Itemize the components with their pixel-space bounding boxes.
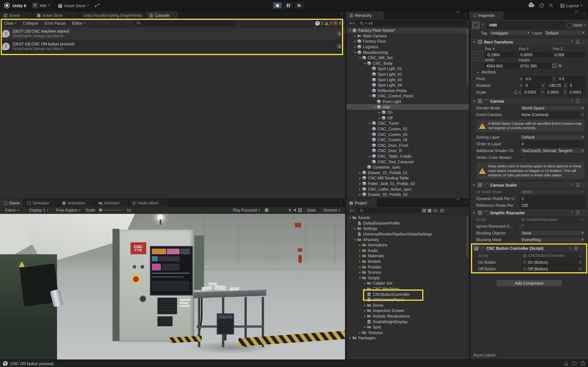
asset-store-menu[interactable]: Asset Store ▾ xyxy=(56,2,91,8)
project-row[interactable]: # Assets xyxy=(346,215,469,220)
project-row[interactable]: # Models xyxy=(346,259,469,264)
expand-arrow[interactable] xyxy=(358,264,362,269)
expand-arrow[interactable] xyxy=(373,104,377,109)
hierarchy-row[interactable]: Off xyxy=(346,115,469,121)
console-search-input[interactable] xyxy=(134,20,235,26)
scale-z-field[interactable]: 0.0001 xyxy=(568,89,585,95)
project-row[interactable]: # ScaleWeightDisplay xyxy=(346,319,469,324)
emergency-stop-button[interactable] xyxy=(131,275,140,284)
fold-arrow[interactable]: ▾ xyxy=(472,183,476,187)
vertex-color-checkbox[interactable] xyxy=(520,155,524,159)
expand-arrow[interactable] xyxy=(353,237,357,242)
rotation-x-field[interactable]: 0 xyxy=(524,83,541,88)
game-viewport[interactable]: CNC FTW xyxy=(0,214,345,359)
aspect-dropdown[interactable]: Free Aspect▾ xyxy=(54,208,83,213)
help-icon[interactable]: ? xyxy=(570,183,574,187)
hierarchy-row[interactable]: CNC_Mill_Set xyxy=(346,55,469,60)
hierarchy-row[interactable]: Spot Light_03 xyxy=(346,77,469,83)
help-icon[interactable]: ? xyxy=(570,40,574,44)
hierarchy-row[interactable]: CNC_Body xyxy=(346,60,469,66)
more-icon[interactable]: ⋮ xyxy=(580,246,584,250)
collapse-button[interactable]: Collapse xyxy=(20,20,41,26)
tag-dropdown[interactable]: Untagged xyxy=(489,30,531,35)
hierarchy-row[interactable]: CNC_Door_R xyxy=(346,148,469,153)
rotation-z-field[interactable]: 0 xyxy=(568,83,585,88)
expand-arrow[interactable] xyxy=(363,281,367,286)
graphic-raycaster-enabled-checkbox[interactable] xyxy=(484,211,488,215)
tab-hierarchy[interactable]: Hierarchy xyxy=(346,11,384,19)
fold-arrow[interactable]: ▾ xyxy=(472,40,476,44)
fold-arrow[interactable]: ▾ xyxy=(472,99,476,103)
project-search-input[interactable] xyxy=(357,208,421,213)
expand-arrow[interactable] xyxy=(378,110,381,115)
tab-game[interactable]: Game xyxy=(0,199,23,207)
render-mode-dropdown[interactable]: World Space xyxy=(520,105,585,111)
tab-audio-mixer[interactable]: Audio Mixer xyxy=(129,199,168,207)
expand-arrow[interactable] xyxy=(353,33,357,39)
expand-arrow[interactable] xyxy=(358,270,362,275)
pos-y-field[interactable]: 0.0005 xyxy=(519,52,551,57)
project-row[interactable]: # Spot xyxy=(346,324,469,330)
anchor-preset-button[interactable] xyxy=(473,51,483,61)
search-icon[interactable] xyxy=(549,3,553,8)
project-scrollbar[interactable] xyxy=(467,217,468,258)
project-row[interactable]: # UniversalRenderPipelineGlobalSettings xyxy=(346,231,469,237)
expand-arrow[interactable] xyxy=(353,226,357,231)
canvas-scaler-header[interactable]: ▾ Canvas Scaler ? ⋮ xyxy=(470,181,588,188)
project-row[interactable]: # Audio xyxy=(346,248,469,253)
object-picker-icon[interactable] xyxy=(579,254,582,257)
editor-dropdown[interactable]: Editor▾ xyxy=(69,20,88,26)
hierarchy-row[interactable]: CNC_Covers_04 xyxy=(346,137,469,142)
hierarchy-row[interactable]: CNC_Turret xyxy=(346,121,469,126)
clear-button[interactable]: Clear▾ xyxy=(1,20,20,26)
project-row[interactable]: # Textures xyxy=(346,330,469,335)
help-icon[interactable]: ? xyxy=(570,99,574,103)
scale-y-field[interactable]: 0.0001 xyxy=(545,89,562,95)
project-row[interactable]: # Scenes xyxy=(346,270,469,275)
game-view-dropdown[interactable]: Game▾ xyxy=(2,208,22,213)
expand-arrow[interactable] xyxy=(368,93,372,99)
project-row[interactable]: # Prefabs xyxy=(346,264,469,270)
project-row[interactable]: # Packages xyxy=(346,335,469,341)
project-row[interactable]: # CNCButtonController xyxy=(346,291,469,297)
hierarchy-row[interactable]: Spot Light_01 xyxy=(346,66,469,71)
fold-arrow[interactable]: ▸ xyxy=(476,70,480,74)
pivot-x-field[interactable]: 0.5 xyxy=(524,76,552,81)
hierarchy-row[interactable]: HMI xyxy=(346,104,469,109)
rotation-y-field[interactable]: -180.25 xyxy=(546,83,563,88)
hierarchy-row[interactable]: Spot Light_04 xyxy=(346,83,469,88)
cnc-controller-enabled-checkbox[interactable] xyxy=(480,246,484,250)
blueprint-mode-icon[interactable] xyxy=(553,64,556,68)
project-row[interactable]: # XFactory xyxy=(346,237,469,242)
ui-scale-mode-dropdown[interactable]: World xyxy=(520,189,585,195)
error-pause-button[interactable]: Error Pause xyxy=(42,20,69,26)
status-log-icon[interactable] xyxy=(3,361,8,366)
hierarchy-row[interactable]: On xyxy=(346,110,469,115)
rect-transform-header[interactable]: ▾ Rect Transform ? ⋮ xyxy=(470,38,588,45)
hierarchy-row[interactable]: Drawer_01_Prefab_01 xyxy=(346,170,469,175)
tab-animation[interactable]: Animation xyxy=(59,199,95,207)
anchors-row[interactable]: ▸ Anchors xyxy=(470,68,588,75)
hierarchy-search-input[interactable]: ▾ All xyxy=(357,21,467,26)
hierarchy-row[interactable]: Factory Floor xyxy=(346,39,469,44)
object-name-field[interactable]: HMI xyxy=(487,22,565,28)
pos-x-field[interactable]: -0.1964 xyxy=(484,52,517,57)
console-panel-menu-icon[interactable]: ⋮ xyxy=(339,12,344,17)
presets-icon[interactable] xyxy=(574,247,578,250)
event-camera-field[interactable]: None (Camera) xyxy=(520,112,585,117)
expand-arrow[interactable] xyxy=(363,302,367,308)
tab-graph-window[interactable]: Unity.VisualScripting.GraphWindo xyxy=(79,11,146,19)
presets-icon[interactable] xyxy=(576,40,580,43)
expand-arrow[interactable] xyxy=(358,192,362,197)
project-panel-menu-icon[interactable]: ⋮ xyxy=(463,200,467,204)
expand-arrow[interactable] xyxy=(358,186,362,192)
expand-arrow[interactable] xyxy=(363,286,367,291)
info-count-icon[interactable] xyxy=(316,21,320,25)
project-row[interactable]: # Caliper Set xyxy=(346,281,469,286)
stats-button[interactable]: Stats xyxy=(304,208,319,213)
error-count-icon[interactable] xyxy=(333,21,338,25)
project-row[interactable]: # Scripts xyxy=(346,275,469,281)
canvas-enabled-checkbox[interactable] xyxy=(484,99,488,103)
hierarchy-row[interactable]: CNC_Control_Panel xyxy=(346,93,469,99)
pause-button[interactable] xyxy=(284,2,293,9)
